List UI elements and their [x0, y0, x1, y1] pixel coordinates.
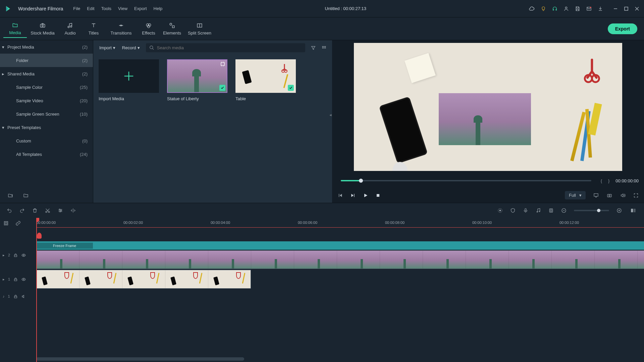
preview-viewport[interactable]	[354, 43, 622, 171]
menu-file[interactable]: File	[73, 6, 80, 11]
timeline-tracks[interactable]: 00:00:00:00 00:00:02:00 00:00:04:00 00:0…	[36, 218, 644, 362]
svg-line-17	[152, 48, 154, 50]
snapshot-icon[interactable]	[606, 193, 612, 198]
search-input-wrap[interactable]	[146, 43, 305, 52]
eye-icon[interactable]	[21, 277, 26, 282]
brace-left[interactable]: {	[601, 178, 602, 183]
tab-transitions[interactable]: Transitions	[105, 20, 137, 38]
fullscreen-icon[interactable]	[633, 193, 639, 198]
marker-icon[interactable]	[37, 233, 42, 239]
chevron-down-icon: ▾	[579, 193, 582, 198]
headphones-icon[interactable]	[552, 6, 557, 11]
save-icon[interactable]	[575, 6, 580, 11]
stop-icon[interactable]	[376, 193, 380, 198]
delete-icon[interactable]	[32, 208, 38, 213]
menu-tools[interactable]: Tools	[101, 6, 111, 11]
minimize-icon[interactable]	[613, 6, 618, 11]
track-head-v1[interactable]: ▸1	[0, 269, 36, 290]
media-tile-statue[interactable]: Statue of Liberty	[167, 59, 227, 101]
menu-edit[interactable]: Edit	[87, 6, 94, 11]
download-icon[interactable]	[598, 6, 603, 11]
import-media-tile[interactable]: Import Media	[99, 59, 159, 101]
menu-export[interactable]: Export	[134, 6, 147, 11]
eye-icon[interactable]	[21, 253, 26, 257]
freeze-frame-bar[interactable]: Freeze Frame	[36, 241, 644, 250]
track-head-a1[interactable]: ♪1	[0, 290, 36, 303]
grid-view-icon[interactable]	[321, 45, 327, 51]
tab-stock-media[interactable]: Stock Media	[27, 20, 58, 38]
brace-right[interactable]: }	[608, 178, 609, 183]
import-dropdown[interactable]: Import ▾	[99, 44, 116, 52]
svg-point-61	[23, 254, 24, 255]
tab-split-screen[interactable]: Split Screen	[184, 20, 215, 38]
zoom-in-icon[interactable]	[616, 208, 622, 213]
export-button[interactable]: Export	[608, 23, 637, 34]
play-icon[interactable]	[363, 193, 368, 198]
step-forward-icon[interactable]	[350, 193, 356, 198]
lock-icon[interactable]	[13, 294, 18, 299]
new-folder-icon[interactable]	[7, 193, 13, 198]
cut-icon[interactable]	[45, 208, 50, 213]
timeline-ruler[interactable]: 00:00:00:00 00:00:02:00 00:00:04:00 00:0…	[36, 218, 644, 241]
filter-icon[interactable]	[311, 45, 316, 51]
sidebar-custom[interactable]: Custom(0)	[0, 134, 93, 147]
sidebar-preset-templates[interactable]: ▾ Preset Templates	[0, 121, 93, 134]
menu-help[interactable]: Help	[154, 6, 163, 11]
zoom-out-icon[interactable]	[561, 208, 567, 213]
track-head-v2[interactable]: ▸2	[0, 241, 36, 269]
tab-audio[interactable]: Audio	[58, 20, 82, 38]
lightbulb-icon[interactable]	[541, 6, 546, 11]
mute-icon[interactable]	[21, 294, 26, 299]
zoom-slider[interactable]	[574, 210, 609, 211]
playhead[interactable]	[36, 218, 37, 362]
svg-point-36	[48, 211, 50, 213]
svg-rect-20	[325, 46, 326, 47]
split-icon[interactable]	[70, 208, 76, 213]
tab-titles[interactable]: Titles	[82, 20, 105, 38]
redo-icon[interactable]	[19, 208, 25, 213]
sidebar-project-media[interactable]: ▾ Project Media(2)	[0, 40, 93, 54]
clip-table[interactable]: ▸Table	[36, 270, 251, 289]
mic-icon[interactable]	[523, 208, 528, 213]
clip-statue[interactable]: ▸Statue of Liberty	[36, 250, 644, 269]
fit-icon[interactable]	[629, 207, 637, 214]
adjust-icon[interactable]	[58, 208, 63, 213]
sidebar-sample-green-screen[interactable]: Sample Green Screen(10)	[0, 107, 93, 121]
sidebar-folder[interactable]: Folder(2)	[0, 54, 93, 67]
quality-dropdown[interactable]: Full▾	[565, 191, 586, 199]
sidebar-all-templates[interactable]: All Templates(24)	[0, 147, 93, 161]
display-icon[interactable]	[593, 193, 599, 198]
timeline-scrollbar[interactable]	[36, 357, 244, 361]
marker-icon[interactable]	[548, 208, 554, 213]
sidebar-sample-color[interactable]: Sample Color(25)	[0, 80, 93, 94]
preview-scrubber[interactable]	[341, 180, 591, 181]
shield-icon[interactable]	[510, 208, 516, 213]
app-logo-icon	[5, 5, 11, 12]
timeline-options-icon[interactable]	[3, 221, 9, 226]
collapse-handle-icon[interactable]: ◂	[329, 107, 333, 122]
search-input[interactable]	[157, 45, 302, 50]
maximize-icon[interactable]	[624, 6, 629, 11]
volume-icon[interactable]	[620, 193, 626, 198]
folder-icon[interactable]	[23, 193, 29, 198]
link-icon[interactable]	[15, 221, 21, 226]
svg-rect-59	[5, 222, 7, 224]
sidebar-shared-media[interactable]: ▸ Shared Media(2)	[0, 67, 93, 80]
media-tile-table[interactable]: Table	[235, 59, 296, 101]
cloud-icon[interactable]	[529, 6, 535, 12]
tab-media[interactable]: Media	[3, 19, 27, 38]
lock-icon[interactable]	[13, 277, 18, 282]
color-icon[interactable]	[497, 208, 503, 213]
tab-effects[interactable]: Effects	[137, 20, 160, 38]
tab-elements[interactable]: Elements	[160, 20, 184, 38]
user-icon[interactable]	[564, 6, 569, 11]
mail-icon[interactable]	[586, 6, 592, 11]
record-dropdown[interactable]: Record ▾	[121, 44, 141, 52]
sidebar-sample-video[interactable]: Sample Video(20)	[0, 94, 93, 107]
menu-view[interactable]: View	[118, 6, 127, 11]
prev-frame-icon[interactable]	[337, 193, 343, 198]
close-icon[interactable]	[635, 6, 639, 11]
undo-icon[interactable]	[7, 208, 12, 213]
audio-mix-icon[interactable]	[536, 208, 541, 213]
lock-icon[interactable]	[13, 253, 18, 257]
